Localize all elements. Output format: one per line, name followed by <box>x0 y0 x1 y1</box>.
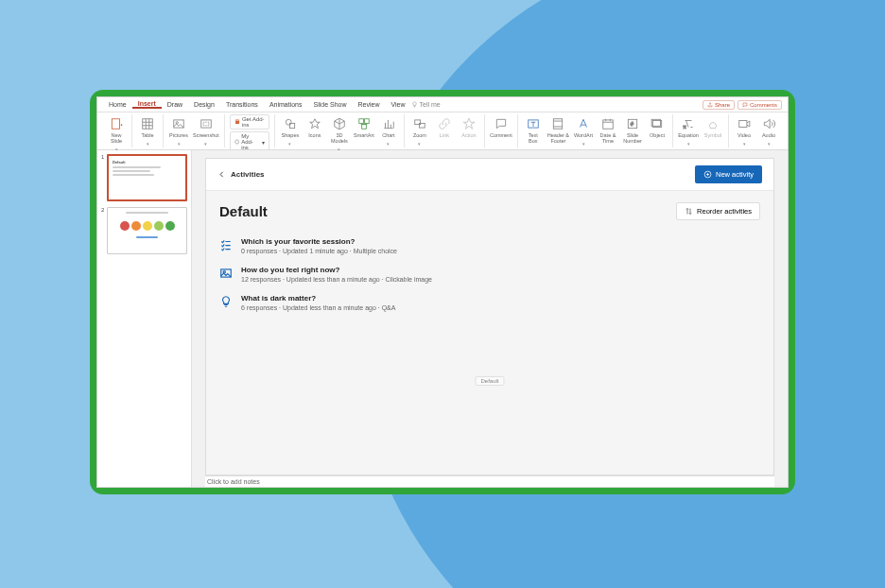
tooltip-tag: Default <box>475 376 504 386</box>
pictures-icon <box>171 116 186 131</box>
shapes-icon <box>283 116 298 131</box>
share-icon <box>707 102 713 108</box>
table-button[interactable]: Table▾ <box>137 114 158 147</box>
tab-review[interactable]: Review <box>353 101 386 108</box>
bulb-icon <box>411 101 418 108</box>
tab-slideshow[interactable]: Slide Show <box>308 101 353 108</box>
slide-thumbnail-2[interactable] <box>107 207 187 254</box>
pictures-button[interactable]: Pictures▾ <box>168 114 189 147</box>
slide-canvas: Activities New activity Default Reorder … <box>205 158 774 476</box>
tab-insert[interactable]: Insert <box>132 100 162 109</box>
shapes-button[interactable]: Shapes▾ <box>280 114 301 147</box>
new-slide-button[interactable]: New Slide▾ <box>106 114 127 152</box>
wordart-icon <box>576 116 591 131</box>
textbox-icon <box>526 116 541 131</box>
zoom-button[interactable]: Zoom▾ <box>409 114 430 147</box>
slide-number-button[interactable]: #Slide Number <box>622 114 643 145</box>
store-icon <box>234 118 240 126</box>
activity-item[interactable]: Which is your favorite session?0 respons… <box>219 232 760 260</box>
screenshot-icon <box>199 116 214 131</box>
notes-pane[interactable]: Click to add notes <box>205 476 774 487</box>
tab-home[interactable]: Home <box>103 101 132 108</box>
tab-view[interactable]: View <box>386 101 411 108</box>
symbol-icon <box>705 116 720 131</box>
slide-thumbnail-panel: 1 Default 2 <box>97 150 192 487</box>
thumb-number: 2 <box>101 207 105 254</box>
video-button[interactable]: Video▾ <box>734 114 755 147</box>
my-addins-button[interactable]: My Add-ins ▾ <box>230 131 269 152</box>
slide-thumbnail-1[interactable]: Default <box>107 154 187 201</box>
slidenum-icon: # <box>625 116 640 131</box>
equation-button[interactable]: πEquation▾ <box>678 114 699 147</box>
ribbon: New Slide▾ Table▾ Pictures▾ Screenshot▾ <box>97 112 788 150</box>
svg-rect-5 <box>203 122 209 126</box>
tab-design[interactable]: Design <box>188 101 220 108</box>
image-icon <box>219 267 233 280</box>
cube-icon <box>332 116 347 131</box>
tab-draw[interactable]: Draw <box>162 101 188 108</box>
svg-rect-11 <box>362 125 367 130</box>
header-footer-button[interactable]: Header & Footer <box>547 114 569 145</box>
link-icon <box>437 116 452 131</box>
svg-rect-15 <box>554 119 563 130</box>
svg-text:π: π <box>683 124 686 130</box>
svg-rect-6 <box>235 120 239 124</box>
panel-topbar: Activities New activity <box>206 159 773 191</box>
datetime-icon <box>600 116 616 131</box>
wordart-button[interactable]: WordArt▾ <box>573 114 594 147</box>
svg-rect-1 <box>143 119 153 130</box>
svg-rect-9 <box>359 119 364 124</box>
comments-button[interactable]: Comments <box>738 100 782 110</box>
reorder-icon <box>685 207 693 216</box>
face-icon <box>143 221 152 231</box>
comment-button[interactable]: Comment <box>490 114 512 139</box>
share-button[interactable]: Share <box>703 100 735 110</box>
screenshot-button[interactable]: Screenshot▾ <box>193 114 219 147</box>
zoom-icon <box>412 116 427 131</box>
svg-rect-0 <box>112 119 119 130</box>
new-activity-button[interactable]: New activity <box>695 165 762 183</box>
tab-animations[interactable]: Animations <box>264 101 308 108</box>
svg-rect-22 <box>739 121 747 128</box>
video-icon <box>737 116 752 131</box>
svg-rect-10 <box>364 119 369 124</box>
chart-button[interactable]: Chart▾ <box>378 114 399 147</box>
slide-area: Activities New activity Default Reorder … <box>192 150 788 487</box>
back-to-activities[interactable]: Activities <box>217 170 265 179</box>
header-footer-icon <box>550 116 565 131</box>
symbol-button[interactable]: Symbol <box>703 114 723 139</box>
equation-icon: π <box>681 116 696 131</box>
action-button[interactable]: Action <box>459 114 479 139</box>
svg-point-7 <box>286 119 291 125</box>
svg-rect-16 <box>603 120 614 129</box>
activity-list: Which is your favorite session?0 respons… <box>206 232 773 317</box>
audio-button[interactable]: Audio▾ <box>758 114 779 147</box>
smartart-icon <box>356 116 372 131</box>
reorder-activities-button[interactable]: Reorder activities <box>676 202 760 220</box>
tab-transitions[interactable]: Transitions <box>220 101 264 108</box>
activity-item[interactable]: How do you feel right now?12 responses ·… <box>219 260 760 288</box>
comment-icon <box>742 102 748 108</box>
action-icon <box>461 116 477 131</box>
get-addins-button[interactable]: Get Add-ins <box>230 114 269 130</box>
textbox-button[interactable]: Text Box <box>523 114 544 145</box>
svg-rect-4 <box>201 120 212 128</box>
face-icon <box>120 221 130 231</box>
icons-button[interactable]: Icons <box>304 114 325 139</box>
3d-models-button[interactable]: 3D Models▾ <box>329 114 350 152</box>
tell-me[interactable]: Tell me <box>411 101 441 108</box>
new-slide-icon <box>109 116 124 131</box>
multiple-choice-icon <box>219 238 233 251</box>
date-time-button[interactable]: Date & Time <box>598 114 618 145</box>
smartart-button[interactable]: SmartArt <box>354 114 374 139</box>
activity-item[interactable]: What is dark matter?6 responses · Update… <box>219 288 760 317</box>
audio-icon <box>761 116 776 131</box>
chart-icon <box>381 116 396 131</box>
link-button[interactable]: Link <box>434 114 455 139</box>
thumb-number: 1 <box>101 154 105 201</box>
device-frame: Home Insert Draw Design Transitions Anim… <box>90 90 795 494</box>
face-icon <box>165 221 175 231</box>
svg-text:#: # <box>631 121 634 127</box>
ribbon-comment-icon <box>494 116 509 131</box>
object-button[interactable]: Object <box>647 114 668 139</box>
